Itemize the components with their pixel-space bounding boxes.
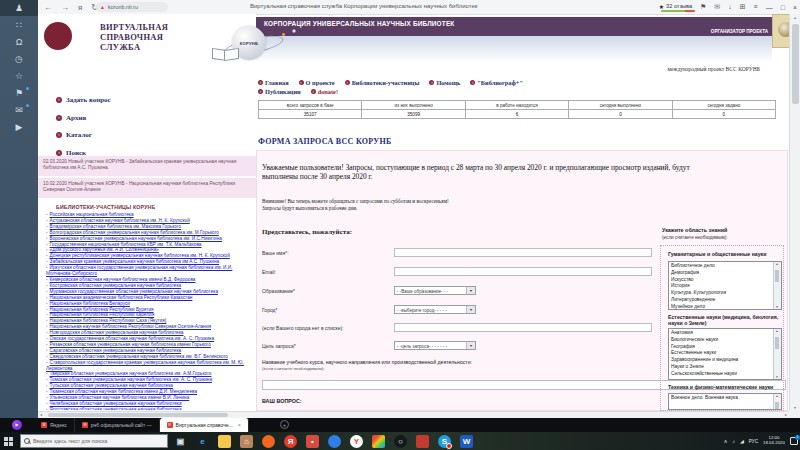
scrollbar-thumb[interactable] xyxy=(792,24,799,104)
library-link[interactable]: Ставропольская государственная краевая у… xyxy=(46,360,256,372)
restore-icon[interactable]: □ xyxy=(781,4,785,11)
bookmark-flag-icon[interactable]: ⚑ xyxy=(700,3,706,11)
education-select[interactable]: - -Ваше образование- - - xyxy=(394,286,476,295)
purpose-select[interactable]: - -цель запроса- - - - - - - xyxy=(394,341,476,350)
taskbar-clock[interactable]: 12:00 18.04.2020 xyxy=(763,436,785,446)
services-grid-icon[interactable]: ∷ xyxy=(0,16,38,33)
collections-icon[interactable]: ⊞ xyxy=(740,3,746,11)
task-view-icon[interactable]: ▣ xyxy=(174,435,187,448)
other-city-input[interactable] xyxy=(394,323,652,332)
protect-icon[interactable]: я xyxy=(78,3,82,12)
address-bar[interactable]: ▲ korunb.nlr.ru xyxy=(96,2,168,12)
site-reviews-badge[interactable]: ★ 32 отзыва xyxy=(659,3,692,12)
messages-icon[interactable]: ✉ xyxy=(714,3,720,11)
libraries-list: Российская национальная библиотекаАстрах… xyxy=(46,212,256,410)
main-nav-item[interactable]: ›Публикации xyxy=(258,88,301,95)
bullet-arrow-icon: › xyxy=(56,150,62,156)
notifications-bell-icon[interactable]: Ω xyxy=(0,33,38,50)
file-explorer-icon[interactable] xyxy=(218,435,231,448)
site-logo-title: ВИРТУАЛЬНАЯСПРАВОЧНАЯСЛУЖБА xyxy=(100,22,168,52)
listbox-scrollbar[interactable]: ▲▼ xyxy=(773,329,781,379)
firefox-icon[interactable] xyxy=(262,435,275,448)
listbox-option[interactable]: Науки о Земле xyxy=(671,364,772,371)
listbox-option[interactable]: Сельскохозяйственные науки xyxy=(671,371,772,378)
action-center-icon[interactable]: 1 xyxy=(790,437,798,445)
menu-icon[interactable]: ≡ xyxy=(754,3,758,11)
vertical-scrollbar[interactable]: ▴ ▾ xyxy=(789,14,800,411)
listbox-option[interactable]: Здравоохранение и медицина xyxy=(671,357,772,364)
start-button[interactable] xyxy=(4,437,13,446)
listbox-option[interactable]: Военное дело. Военная наука xyxy=(671,395,772,402)
yandex-browser-icon[interactable]: Y xyxy=(350,435,363,448)
tab-close-icon[interactable]: × xyxy=(238,422,241,428)
listbox-option[interactable]: Биологические науки xyxy=(671,337,772,344)
listbox-option[interactable]: Музейное дело xyxy=(671,304,772,310)
yandex-app-icon[interactable]: Я xyxy=(284,435,297,448)
notice-small-2: Запросы будут выполняться в рабочие дни. xyxy=(262,205,357,211)
messenger-icon[interactable]: ✉ xyxy=(0,101,38,118)
library-link[interactable]: Ярославская областная универсальная науч… xyxy=(46,407,256,410)
city-select[interactable]: - -выберите город- - - - - xyxy=(394,305,476,314)
natural-sciences-listbox[interactable]: АнатомияБиологические наукиГеографияЕсте… xyxy=(668,328,782,380)
browser-tab[interactable]: Я Яндекс × xyxy=(34,418,75,432)
site-menu-item[interactable]: ›Задать вопрос xyxy=(56,90,111,108)
email-input[interactable] xyxy=(394,267,652,276)
browser-tab[interactable]: Я рнб официальный сайт — × xyxy=(75,418,160,432)
name-input[interactable] xyxy=(394,248,652,257)
scrollbar-corner xyxy=(789,411,800,418)
back-icon[interactable]: ← xyxy=(44,3,52,12)
site-menu-item[interactable]: ›Каталог xyxy=(56,125,111,143)
stats-column: всего запросов в базе 35107 xyxy=(259,100,362,119)
scrollbar-thumb[interactable] xyxy=(48,413,228,417)
hidden-icons-chevron[interactable]: ∧ xyxy=(724,438,728,444)
listbox-option[interactable]: Культура. Культурология xyxy=(671,290,772,297)
blue-app-icon[interactable] xyxy=(328,435,341,448)
library-link[interactable]: Иркутская областная государственная унив… xyxy=(46,265,256,277)
video-icon[interactable]: ▶ xyxy=(0,118,38,135)
forward-icon[interactable]: → xyxy=(61,3,69,12)
game-app-icon[interactable]: ○ xyxy=(394,435,407,448)
main-nav-item[interactable]: ›"Библиограф+" xyxy=(470,79,523,86)
red-app-2-icon[interactable] xyxy=(416,435,429,448)
listbox-option[interactable]: История xyxy=(671,283,772,290)
taskbar-search[interactable]: Введите здесь текст для поиска xyxy=(20,434,168,448)
bookmarks-star-icon[interactable]: ☆ xyxy=(0,67,38,84)
download-icon[interactable]: ↓ xyxy=(728,3,732,11)
collections-panel-icon[interactable]: ⚑ xyxy=(0,84,38,101)
listbox-option[interactable]: Естественные науки xyxy=(671,350,772,357)
history-clock-icon[interactable]: ◷ xyxy=(0,50,38,67)
main-nav-item[interactable]: ›Помощь xyxy=(429,79,460,86)
word-icon[interactable]: W xyxy=(460,435,473,448)
alice-assistant-icon[interactable]: ▶ xyxy=(12,420,22,430)
horizontal-scrollbar[interactable]: ◂ ▸ xyxy=(38,411,789,418)
browser-tab[interactable]: Я Виртуальная справочн... × xyxy=(160,418,249,432)
listbox-option[interactable]: Демография xyxy=(671,270,772,277)
main-nav-item[interactable]: ›donate! xyxy=(311,88,338,95)
main-nav-item[interactable]: ›О проекте xyxy=(299,79,335,86)
site-menu-item[interactable]: ›Архив xyxy=(56,108,111,126)
desktop-screen: ♟∷Ω◷☆⚑✉▶ ←→я↻ ▲ korunb.nlr.ru Виртуальна… xyxy=(0,0,800,450)
humanities-listbox[interactable]: Библиотечное делоДемографияИскусствоИсто… xyxy=(668,261,782,310)
main-nav-item[interactable]: ›Главная xyxy=(258,79,289,86)
minimize-icon[interactable]: — xyxy=(766,4,773,11)
tech-sciences-listbox[interactable]: Военное дело. Военная наука ▲ xyxy=(668,393,782,410)
network-icon[interactable]: ◢ xyxy=(740,438,744,444)
listbox-option[interactable]: Библиотечное дело xyxy=(671,263,772,270)
volume-icon[interactable]: ♪ xyxy=(732,438,735,444)
main-nav-item[interactable]: ›Библиотеки-участницы xyxy=(345,79,420,86)
listbox-option[interactable]: Литературоведение xyxy=(671,297,772,304)
listbox-option[interactable]: Анатомия xyxy=(671,330,772,337)
skype-icon[interactable]: S xyxy=(438,435,451,448)
colorful-app-icon[interactable] xyxy=(372,435,385,448)
close-icon[interactable]: × xyxy=(793,4,797,11)
language-indicator[interactable]: РУС xyxy=(749,439,758,444)
profile-icon[interactable]: ♟ xyxy=(0,0,38,16)
edge-icon[interactable]: e xyxy=(196,435,209,448)
listbox-option[interactable]: География xyxy=(671,344,772,351)
new-tab-button[interactable]: + xyxy=(280,420,289,429)
store-icon[interactable]: ⌂ xyxy=(240,435,253,448)
listbox-scrollbar[interactable]: ▲▼ xyxy=(773,262,781,309)
listbox-scrollbar[interactable]: ▲ xyxy=(773,394,781,409)
listbox-option[interactable]: Искусство xyxy=(671,277,772,284)
red-app-icon[interactable]: • xyxy=(306,435,319,448)
